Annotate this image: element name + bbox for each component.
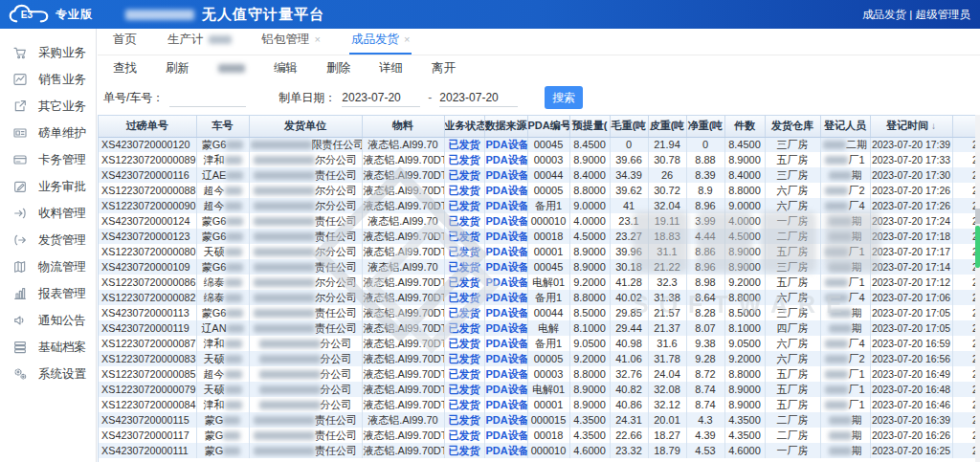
- sidebar-item-cart[interactable]: 采购业务: [0, 39, 96, 66]
- registrar-suffix: 厂2: [848, 353, 864, 364]
- registrar-suffix: 厂2: [848, 185, 864, 196]
- cell-tare: 31.38: [648, 290, 686, 305]
- scrollbar-nub[interactable]: [975, 209, 980, 224]
- toolbar-button-redacted-label: [218, 64, 245, 73]
- sidebar-item-scale[interactable]: 磅单维护: [0, 120, 96, 146]
- table-row[interactable]: XS12230720000090超今尔分公司液态铝.Al99.70DT已发货PD…: [99, 198, 980, 213]
- tab-成品发货[interactable]: 成品发货×: [349, 27, 412, 55]
- sidebar-item-archive[interactable]: 基础档案: [0, 334, 96, 361]
- sidebar-item-map[interactable]: 物流管理: [0, 253, 96, 280]
- sidebar-item-report[interactable]: 报表管理: [0, 280, 96, 307]
- vertical-scrollbar[interactable]: [975, 115, 980, 462]
- toolbar-button-redacted[interactable]: [218, 61, 245, 75]
- cell-tare: 32.04: [648, 198, 686, 213]
- column-header-0[interactable]: 过磅单号: [99, 116, 196, 137]
- cell-pieces: 8.8000: [724, 290, 765, 305]
- cell-warehouse: 五厂房: [765, 244, 820, 259]
- sidebar-item-gear[interactable]: 系统设置: [0, 361, 96, 387]
- column-header-7[interactable]: 预提量(: [569, 116, 610, 137]
- table-row[interactable]: XS4230720000124蒙G6责任公司液态铝.Al99.70已发货PDA设…: [99, 213, 980, 229]
- toolbar-button-编辑[interactable]: 编辑: [274, 60, 298, 77]
- tab-label: 首页: [113, 32, 137, 48]
- date-from-input[interactable]: [342, 88, 420, 107]
- cell-registrar: 期: [820, 229, 870, 244]
- column-header-8[interactable]: 毛重(吨: [610, 116, 648, 137]
- table-row[interactable]: XS4230720000120蒙G6限责任公司液态铝.Al99.70已发货PDA…: [99, 137, 980, 152]
- column-header-2[interactable]: 发货单位: [249, 116, 362, 137]
- search-button[interactable]: 搜索: [545, 86, 583, 109]
- table-row[interactable]: XS12230720000079天硕分公司液态铝.Al99.70DT已发货PDA…: [99, 382, 980, 397]
- table-row[interactable]: XS12230720000089津和尔分公司液态铝.Al99.70DT已发货PD…: [99, 152, 980, 167]
- registrar-redacted: [823, 141, 846, 149]
- cell-tare: 32.12: [648, 397, 686, 412]
- sidebar-item-trend[interactable]: 销售业务: [0, 66, 96, 93]
- sidebar-item-edit[interactable]: 业务审批: [0, 173, 96, 200]
- sidebar: 采购业务销售业务其它业务磅单维护卡务管理业务审批收料管理发货管理物流管理报表管理…: [0, 29, 97, 462]
- tab-close-icon[interactable]: ×: [404, 34, 410, 45]
- cell-warehouse: 五厂房: [765, 275, 820, 290]
- sidebar-item-card[interactable]: 卡务管理: [0, 146, 96, 173]
- table-row[interactable]: XS4230720000119辽AN责任公司液态铝.Al99.70DT已发货PD…: [99, 320, 980, 336]
- table-row[interactable]: XS12230720000080天硕尔分公司液态铝.Al99.70DT已发货PD…: [99, 244, 980, 259]
- table-row[interactable]: XS12230720000088超今尔分公司液态铝.Al99.70DT已发货PD…: [99, 183, 980, 198]
- column-header-4[interactable]: 业务状态: [444, 116, 484, 137]
- sidebar-item-share[interactable]: 其它业务: [0, 93, 96, 120]
- date-to-input[interactable]: [439, 88, 518, 107]
- column-header-13[interactable]: 登记人员: [820, 116, 870, 137]
- sidebar-item-in[interactable]: 收料管理: [0, 200, 96, 227]
- cell-net: 4.39: [686, 428, 724, 443]
- consignor-redacted: [259, 385, 321, 394]
- column-header-10[interactable]: 净重(吨: [686, 116, 724, 137]
- column-header-5[interactable]: 数据来源: [484, 116, 527, 137]
- cell-gross: 32.76: [610, 366, 648, 382]
- cell-reg-time: 2023-07-20 17:05: [870, 305, 952, 320]
- table-row[interactable]: XS12230720000087津和分公司液态铝.Al99.70DT已发货PDA…: [99, 336, 980, 351]
- tab-close-icon[interactable]: ×: [315, 34, 321, 45]
- column-header-9[interactable]: 皮重(吨: [648, 116, 686, 137]
- column-header-11[interactable]: 件数: [724, 116, 765, 137]
- registrar-suffix: 期: [852, 429, 862, 441]
- cell-source: PDA设备: [484, 443, 527, 458]
- toolbar-button-删除[interactable]: 删除: [326, 60, 350, 77]
- cell-pda-no: 00044: [527, 305, 569, 320]
- cell-consignor: 责任公司: [249, 412, 362, 428]
- cell-pre-qty: 8.8000: [569, 290, 610, 305]
- tab-生产计[interactable]: 生产计: [166, 27, 234, 55]
- column-header-14[interactable]: 登记时间 ↓: [870, 116, 952, 137]
- table-row[interactable]: XS12230720000085超今分公司液态铝.Al99.70DT已发货PDA…: [99, 366, 980, 382]
- toolbar-button-刷新[interactable]: 刷新: [166, 60, 189, 77]
- plate-prefix: 天硕: [204, 353, 225, 364]
- consignor-redacted: [254, 171, 315, 180]
- table-row[interactable]: XS12230720000082绵泰尔分公司液态铝.Al99.70DT已发货PD…: [99, 290, 980, 305]
- table-row[interactable]: XS4230720000109蒙G6责任公司液态铝.Al99.70已发货PDA设…: [99, 259, 980, 275]
- column-header-1[interactable]: 车号: [196, 116, 249, 137]
- toolbar-button-查找[interactable]: 查找: [113, 60, 137, 77]
- cell-status: 已发货: [444, 137, 484, 152]
- scrollbar-thumb[interactable]: [975, 226, 980, 268]
- column-header-3[interactable]: 物料: [362, 116, 444, 137]
- table-row[interactable]: XS4230720000111蒙G责任公司液态铝.Al99.70DT已发货PDA…: [99, 443, 980, 458]
- sidebar-item-notice[interactable]: 通知公告: [0, 307, 96, 334]
- order-no-input[interactable]: [169, 88, 246, 107]
- table-row[interactable]: XS4230720000113蒙G6责任公司液态铝.Al99.70DT已发货PD…: [99, 305, 980, 320]
- cell-pre-qty: 9.2000: [569, 275, 610, 290]
- table-row[interactable]: XS4230720000123蒙G6责任公司液态铝.Al99.70DT已发货PD…: [99, 229, 980, 244]
- sidebar-item-out[interactable]: 发货管理: [0, 227, 96, 253]
- tab-首页[interactable]: 首页: [111, 27, 139, 55]
- table-row[interactable]: XS12230720000084津和分公司液态铝.Al99.70DT已发货PDA…: [99, 397, 980, 412]
- table-row[interactable]: XS12230720000083天硕分公司液态铝.Al99.70DT已发货PDA…: [99, 351, 980, 366]
- cell-pieces: 4.0000: [724, 213, 765, 229]
- toolbar-button-详细[interactable]: 详细: [379, 60, 403, 77]
- column-header-6[interactable]: PDA编号: [527, 116, 569, 137]
- column-header-12[interactable]: 发货仓库: [765, 116, 820, 137]
- tab-铝包管理[interactable]: 铝包管理×: [260, 27, 323, 55]
- table-row[interactable]: XS4230720000117蒙G责任公司液态铝.Al99.70DT已发货PDA…: [99, 428, 980, 443]
- user-info[interactable]: 成品发货 | 超级管理员: [862, 8, 980, 22]
- plate-prefix: 津和: [204, 338, 225, 349]
- table-row[interactable]: XS4230720000115蒙G责任公司液态铝.Al99.70已发货PDA设备…: [99, 412, 980, 428]
- cell-consignor: 分公司: [249, 336, 362, 351]
- table-row[interactable]: XS4230720000116辽AE责任公司液态铝.Al99.70DT已发货PD…: [99, 167, 980, 183]
- table-row[interactable]: XS12230720000086绵泰尔分公司液态铝.Al99.70DT已发货PD…: [99, 275, 980, 290]
- shipment-table-wrap: 过磅单号车号发货单位物料业务状态数据来源PDA编号预提量(毛重(吨皮重(吨净重(…: [98, 115, 980, 462]
- toolbar-button-离开[interactable]: 离开: [432, 60, 456, 77]
